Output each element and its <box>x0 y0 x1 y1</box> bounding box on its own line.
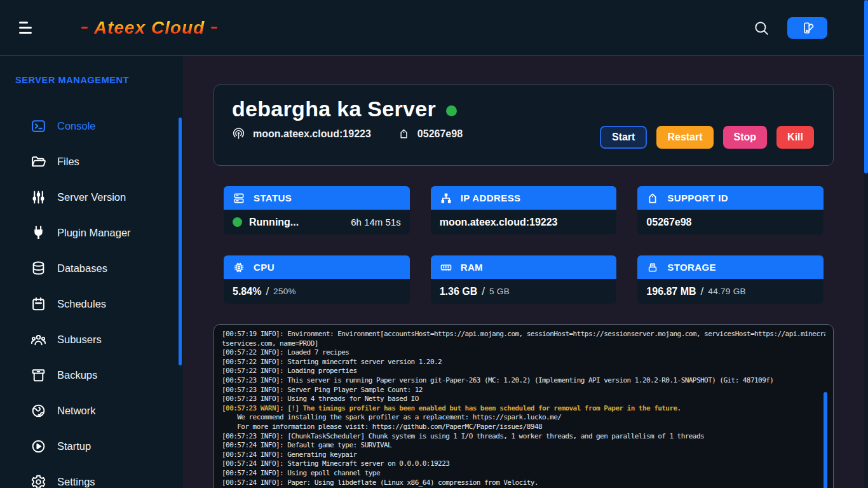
ram-used: 1.36 GB <box>440 286 478 297</box>
stat-title: RAM <box>461 262 483 273</box>
server-online-indicator <box>446 105 457 116</box>
stat-title: SUPPORT ID <box>667 193 728 203</box>
restart-button[interactable]: Restart <box>656 126 713 149</box>
ram-separator: / <box>482 285 485 298</box>
server-header-card: debargha ka Server moon.ateex.cloud:1922… <box>214 85 834 166</box>
cpu-chip-icon <box>233 261 245 274</box>
server-support-id: 05267e98 <box>398 128 463 140</box>
sidebar-item-server-version[interactable]: Server Version <box>0 179 183 215</box>
terminal-icon <box>31 118 46 134</box>
console-line: [00:57:23 INFO]: This server is running … <box>222 376 825 386</box>
ram-limit: 5 GB <box>489 287 510 296</box>
console-line: [00:57:23 INFO]: Server Ping Player Samp… <box>222 386 825 395</box>
gear-icon <box>31 474 46 488</box>
sidebar-item-databases[interactable]: Databases <box>0 250 183 286</box>
sidebar-item-network[interactable]: Network <box>0 393 183 428</box>
console-scrollbar[interactable] <box>824 392 827 488</box>
brand-name: Ateex Cloud <box>94 18 205 38</box>
sidebar-item-label: Server Version <box>57 191 126 203</box>
drive-icon <box>646 261 659 274</box>
sidebar-item-settings[interactable]: Settings <box>0 464 183 488</box>
stop-button[interactable]: Stop <box>723 126 768 149</box>
calendar-icon <box>31 296 46 312</box>
sidebar-item-label: Console <box>57 120 96 132</box>
memory-icon <box>440 261 452 274</box>
console-line: tservices.com, name=PROD] <box>222 339 825 349</box>
start-button[interactable]: Start <box>600 126 647 149</box>
sidebar-item-schedules[interactable]: Schedules <box>0 286 183 322</box>
logo-spark-right <box>211 27 217 29</box>
storage-used: 196.87 MB <box>646 286 696 297</box>
stat-title: STORAGE <box>667 262 716 273</box>
support-id-card: SUPPORT ID 05267e98 <box>637 186 824 234</box>
status-card: STATUS Running... 6h 14m 51s <box>224 186 410 234</box>
ip-address-value: moon.ateex.cloud:19223 <box>440 217 558 228</box>
console-line: [00:57:24 INFO]: Paper: Using libdeflate… <box>222 478 825 488</box>
console-line: [00:57:23 INFO]: Using 4 threads for Net… <box>222 395 825 404</box>
sidebar-item-subusers[interactable]: Subusers <box>0 322 183 357</box>
sidebar-section-title: SERVER MANAGEMENT <box>15 75 183 85</box>
sidebar-item-files[interactable]: Files <box>0 144 183 179</box>
console-line: [00:57:24 INFO]: Using epoll channel typ… <box>222 469 825 478</box>
main-content: debargha ka Server moon.ateex.cloud:1922… <box>183 56 864 488</box>
support-id-value: 05267e98 <box>646 217 691 228</box>
sidebar-item-backups[interactable]: Backups <box>0 357 183 393</box>
storage-card: STORAGE 196.87 MB / 44.79 GB <box>637 255 824 304</box>
cpu-separator: / <box>266 285 269 298</box>
console-line: [00:57:22 INFO]: Loaded 7 recipes <box>222 348 825 358</box>
sidebar-item-plugin-manager[interactable]: Plugin Manager <box>0 215 183 250</box>
sidebar-item-label: Databases <box>57 262 107 274</box>
ram-card: RAM 1.36 GB / 5 GB <box>431 255 617 304</box>
cpu-used: 5.84% <box>233 286 261 297</box>
storage-limit: 44.79 GB <box>708 287 745 296</box>
sidebar-item-startup[interactable]: Startup <box>0 428 183 464</box>
page-scrollbar-thumb[interactable] <box>864 0 868 173</box>
stat-title: IP ADDRESS <box>461 193 521 203</box>
hamburger-menu-icon[interactable] <box>19 22 36 34</box>
server-support-id-text: 05267e98 <box>417 128 463 140</box>
hub-icon <box>440 192 452 205</box>
status-uptime: 6h 14m 51s <box>351 217 400 227</box>
stat-title: CPU <box>254 262 275 273</box>
sidebar-item-console[interactable]: Console <box>0 108 183 144</box>
page-scrollbar[interactable] <box>864 0 868 488</box>
sidebar-item-label: Files <box>57 156 79 168</box>
sidebar-item-label: Startup <box>57 440 91 452</box>
box-archive-icon <box>31 367 46 383</box>
server-address-text: moon.ateex.cloud:19223 <box>253 128 371 140</box>
sliders-icon <box>31 189 46 205</box>
top-navbar: Ateex Cloud <box>0 0 868 56</box>
console-line: For more information please visit: https… <box>222 423 825 432</box>
status-value: Running... <box>249 217 299 228</box>
plug-icon <box>31 225 46 241</box>
brand-logo[interactable]: Ateex Cloud <box>81 18 217 38</box>
server-rack-icon <box>233 192 245 205</box>
tag-icon <box>646 192 659 205</box>
console-line: [00:57:24 INFO]: Generating keypair <box>222 451 825 460</box>
console-log[interactable]: [00:57:19 INFO]: Environment: Environmen… <box>214 324 834 488</box>
storage-separator: / <box>701 285 704 298</box>
broadcast-icon <box>232 127 245 140</box>
sidebar-item-label: Plugin Manager <box>57 227 131 239</box>
theme-switcher-button[interactable] <box>787 17 827 39</box>
search-icon[interactable] <box>753 20 770 36</box>
console-line: [00:57:24 INFO]: Starting Minecraft serv… <box>222 459 825 469</box>
cpu-card: CPU 5.84% / 250% <box>224 255 410 304</box>
folder-icon <box>31 154 46 170</box>
sidebar-item-label: Settings <box>57 476 95 488</box>
sidebar-scrollbar[interactable] <box>179 118 182 365</box>
console-line: [00:57:22 INFO]: Starting minecraft serv… <box>222 358 825 367</box>
console-line: We recommend installing the spark profil… <box>222 413 825 423</box>
sidebar-item-label: Network <box>57 405 96 417</box>
sidebar-item-label: Schedules <box>57 298 106 310</box>
play-circle-icon <box>31 438 46 454</box>
database-icon <box>31 261 46 276</box>
console-line: [00:57:23 WARN]: [!] The timings profile… <box>222 404 825 414</box>
console-line: [00:57:24 INFO]: Default game type: SURV… <box>222 441 825 451</box>
swatchbook-icon <box>801 21 815 35</box>
console-line: [00:57:22 INFO]: Loading properties <box>222 367 825 376</box>
kill-button[interactable]: Kill <box>776 126 814 149</box>
console-lines: [00:57:19 INFO]: Environment: Environmen… <box>222 330 825 488</box>
server-address: moon.ateex.cloud:19223 <box>232 127 371 140</box>
status-running-dot <box>233 217 242 227</box>
